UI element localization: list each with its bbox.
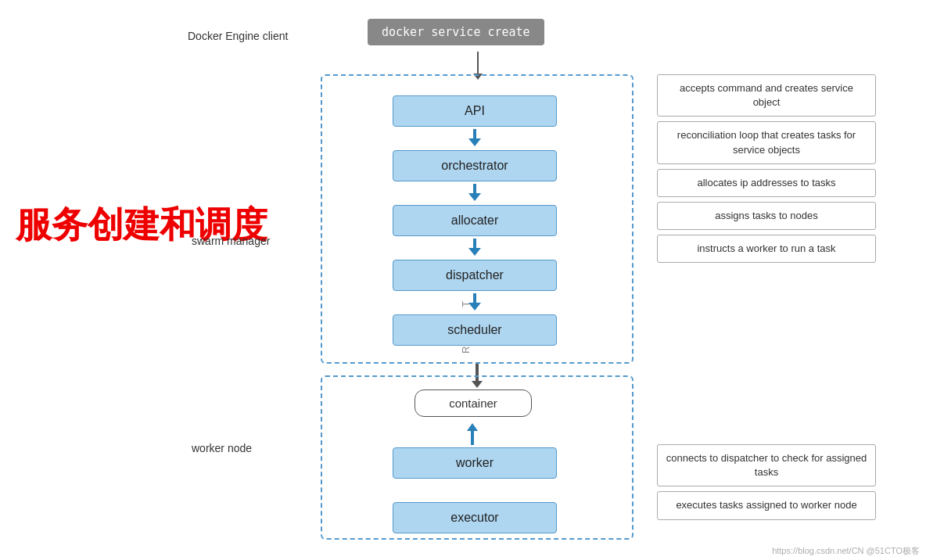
- annotation-api: accepts command and creates service obje…: [657, 74, 876, 117]
- annotation-allocater: allocates ip addresses to tasks: [657, 169, 876, 197]
- worker-annotations: connects to dispatcher to check for assi…: [657, 375, 876, 520]
- docker-command-box: docker service create: [368, 19, 544, 45]
- worker-node-box: container worker executor: [321, 375, 633, 540]
- swarm-manager-label: swarm manager: [192, 235, 270, 247]
- swarm-manager-box: R A F T API orchestrator allocater dispa…: [321, 74, 633, 364]
- arrow-worker-to-container: [471, 429, 474, 445]
- watermark: https://blog.csdn.net/CN @51CTO极客: [772, 545, 920, 557]
- component-container: container: [415, 389, 532, 417]
- arrow-alloc-disp: [469, 239, 480, 256]
- component-dispatcher: dispatcher: [393, 260, 557, 291]
- component-api: API: [393, 95, 557, 127]
- component-executor: executor: [393, 502, 557, 533]
- docker-client-label: Docker Engine client: [188, 30, 288, 42]
- manager-annotations: accepts command and creates service obje…: [657, 74, 876, 267]
- annotation-worker: connects to dispatcher to check for assi…: [657, 444, 876, 486]
- annotation-orchestrator: reconciliation loop that creates tasks f…: [657, 121, 876, 163]
- component-scheduler: scheduler: [393, 314, 557, 346]
- component-allocater: allocater: [393, 205, 557, 236]
- annotation-executor: executes tasks assigned to worker node: [657, 491, 876, 519]
- arrow-cmd-to-manager: [477, 52, 479, 75]
- worker-node-label: worker node: [192, 442, 252, 454]
- arrow-disp-sched: [469, 293, 480, 311]
- annotation-scheduler: instructs a worker to run a task: [657, 235, 876, 263]
- diagram: Docker Engine client docker service crea…: [188, 8, 923, 555]
- arrow-api-orch: [469, 129, 480, 146]
- component-worker: worker: [393, 447, 557, 479]
- annotation-dispatcher: assigns tasks to nodes: [657, 202, 876, 230]
- arrow-orch-alloc: [469, 184, 480, 201]
- component-orchestrator: orchestrator: [393, 150, 557, 181]
